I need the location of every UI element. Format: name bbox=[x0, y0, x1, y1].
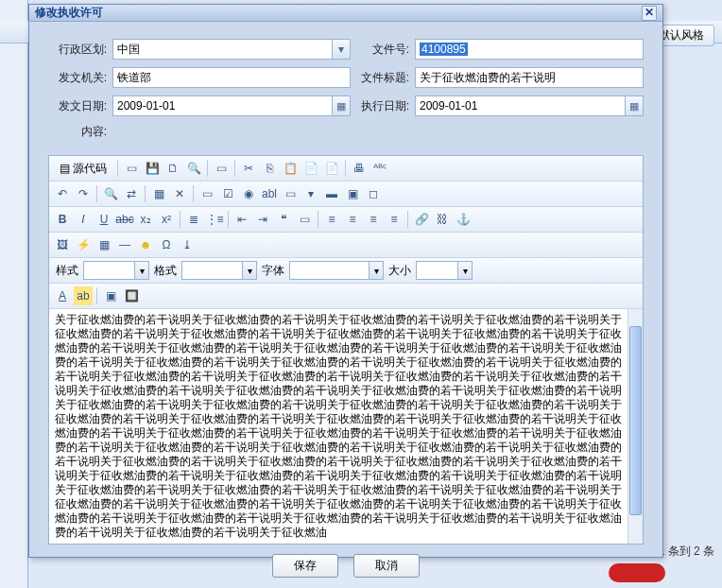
ordered-list-icon[interactable]: ≣ bbox=[184, 210, 203, 229]
font-label: 字体 bbox=[259, 263, 287, 279]
save-button[interactable]: 保存 bbox=[272, 554, 338, 578]
save-icon[interactable]: 💾 bbox=[143, 159, 162, 178]
preview-icon[interactable]: 🔍 bbox=[184, 159, 203, 178]
flash-icon[interactable]: ⚡ bbox=[74, 235, 93, 254]
image-icon[interactable]: 🖼 bbox=[53, 235, 72, 254]
close-icon[interactable]: ✕ bbox=[642, 6, 657, 21]
vertical-scrollbar[interactable] bbox=[627, 309, 643, 544]
justify-full-icon[interactable]: ≡ bbox=[385, 210, 404, 229]
replace-icon[interactable]: ⇄ bbox=[122, 184, 141, 203]
indent-icon[interactable]: ⇥ bbox=[253, 210, 272, 229]
justify-right-icon[interactable]: ≡ bbox=[364, 210, 383, 229]
pastetext-icon[interactable]: 📄 bbox=[301, 159, 320, 178]
form-area: 行政区划: 中国 文件号: 4100895 发文机关: 铁道部 文件标题: 关于… bbox=[29, 22, 662, 155]
templates-icon[interactable]: ▭ bbox=[122, 159, 141, 178]
superscript-icon[interactable]: x² bbox=[157, 210, 176, 229]
copy-icon[interactable]: ⎘ bbox=[260, 159, 279, 178]
editor-toolbar-5: 样式 格式 字体 大小 bbox=[49, 258, 643, 284]
execdate-input[interactable]: 2009-01-01 bbox=[415, 95, 644, 116]
italic-icon[interactable]: I bbox=[74, 210, 93, 229]
div-icon[interactable]: ▭ bbox=[295, 210, 314, 229]
redo-icon[interactable]: ↷ bbox=[74, 184, 93, 203]
showblocks-icon[interactable]: 🔲 bbox=[122, 286, 141, 305]
button-icon[interactable]: ▬ bbox=[322, 184, 341, 203]
find-icon[interactable]: 🔍 bbox=[101, 184, 120, 203]
sep bbox=[145, 185, 146, 202]
radio-icon[interactable]: ◉ bbox=[239, 184, 258, 203]
issuer-input[interactable]: 铁道部 bbox=[112, 67, 351, 88]
fileno-input[interactable]: 4100895 bbox=[415, 39, 644, 60]
spellcheck-icon[interactable]: ᴬᴮᶜ bbox=[370, 159, 389, 178]
hidden-icon[interactable]: ◻ bbox=[364, 184, 383, 203]
unordered-list-icon[interactable]: ⋮≡ bbox=[205, 210, 224, 229]
templates2-icon[interactable]: ▭ bbox=[212, 159, 231, 178]
source-icon: ▤ bbox=[60, 162, 70, 175]
link-icon[interactable]: 🔗 bbox=[412, 210, 431, 229]
fileno-value: 4100895 bbox=[420, 43, 468, 56]
dialog-title: 修改执收许可 bbox=[35, 5, 642, 21]
strike-icon[interactable]: abc bbox=[115, 210, 134, 229]
selectall-icon[interactable]: ▦ bbox=[149, 184, 168, 203]
sep bbox=[96, 185, 97, 202]
style-combo[interactable] bbox=[83, 261, 149, 280]
editor-toolbar-1: ▤源代码 ▭ 💾 🗋 🔍 ▭ ✂ ⎘ 📋 📄 📄 🖶 ᴬᴮᶜ bbox=[49, 156, 643, 182]
editor-toolbar-3: B I U abc x₂ x² ≣ ⋮≡ ⇤ ⇥ ❝ ▭ ≡ ≡ ≡ ≡ 🔗 ⛓… bbox=[49, 207, 643, 233]
sep bbox=[407, 211, 408, 228]
form-icon[interactable]: ▭ bbox=[198, 184, 216, 203]
textcolor-icon[interactable]: A bbox=[53, 286, 72, 305]
format-label: 格式 bbox=[151, 263, 180, 279]
select-icon[interactable]: ▾ bbox=[301, 184, 320, 203]
paste-icon[interactable]: 📋 bbox=[281, 159, 300, 178]
underline-icon[interactable]: U bbox=[95, 210, 113, 229]
specialchar-icon[interactable]: Ω bbox=[157, 235, 176, 254]
issuedate-input[interactable]: 2009-01-01 bbox=[112, 95, 351, 116]
newpage-icon[interactable]: 🗋 bbox=[163, 159, 182, 178]
imagebutton-icon[interactable]: ▣ bbox=[343, 184, 362, 203]
issuedate-value: 2009-01-01 bbox=[117, 99, 175, 112]
blockquote-icon[interactable]: ❝ bbox=[274, 210, 293, 229]
sep bbox=[207, 160, 208, 177]
outdent-icon[interactable]: ⇤ bbox=[232, 210, 251, 229]
sep bbox=[117, 160, 118, 177]
removeformat-icon[interactable]: ✕ bbox=[170, 184, 189, 203]
sidebar-collapsed bbox=[0, 0, 28, 588]
sep bbox=[96, 287, 97, 304]
unlink-icon[interactable]: ⛓ bbox=[433, 210, 452, 229]
font-combo[interactable] bbox=[289, 261, 384, 280]
editor-toolbar-4: 🖼 ⚡ ▦ — ☻ Ω ⤓ bbox=[49, 233, 643, 258]
textarea-icon[interactable]: ▭ bbox=[281, 184, 300, 203]
format-combo[interactable] bbox=[181, 261, 257, 280]
region-value: 中国 bbox=[117, 42, 140, 58]
editor-toolbar-6: A ab ▣ 🔲 bbox=[49, 284, 643, 309]
region-select[interactable]: 中国 bbox=[112, 39, 351, 60]
cancel-button[interactable]: 取消 bbox=[353, 554, 420, 578]
justify-center-icon[interactable]: ≡ bbox=[343, 210, 362, 229]
size-combo[interactable] bbox=[416, 261, 473, 280]
anchor-icon[interactable]: ⚓ bbox=[454, 210, 473, 229]
source-button[interactable]: ▤源代码 bbox=[53, 159, 113, 178]
print-icon[interactable]: 🖶 bbox=[350, 159, 369, 178]
hr-icon[interactable]: — bbox=[115, 235, 134, 254]
editor-toolbar-2: ↶ ↷ 🔍 ⇄ ▦ ✕ ▭ ☑ ◉ abl ▭ ▾ ▬ ▣ ◻ bbox=[49, 182, 643, 207]
editor-textarea[interactable]: 关于征收燃油费的若干说明关于征收燃油费的若干说明关于征收燃油费的若干说明关于征收… bbox=[49, 309, 627, 544]
scrollbar-thumb[interactable] bbox=[629, 326, 642, 515]
style-label: 样式 bbox=[53, 263, 81, 279]
undo-icon[interactable]: ↶ bbox=[53, 184, 72, 203]
subscript-icon[interactable]: x₂ bbox=[136, 210, 155, 229]
pasteword-icon[interactable]: 📄 bbox=[322, 159, 341, 178]
justify-left-icon[interactable]: ≡ bbox=[322, 210, 341, 229]
execdate-label: 执行日期: bbox=[351, 98, 409, 114]
textfield-icon[interactable]: abl bbox=[260, 184, 279, 203]
checkbox-icon[interactable]: ☑ bbox=[218, 184, 237, 203]
filetitle-label: 文件标题: bbox=[351, 70, 409, 86]
pagebreak-icon[interactable]: ⤓ bbox=[178, 235, 197, 254]
table-icon[interactable]: ▦ bbox=[95, 235, 113, 254]
cut-icon[interactable]: ✂ bbox=[239, 159, 258, 178]
bgcolor-icon[interactable]: ab bbox=[74, 286, 93, 305]
filetitle-input[interactable]: 关于征收燃油费的若干说明 bbox=[415, 67, 644, 88]
smiley-icon[interactable]: ☻ bbox=[136, 235, 155, 254]
bold-icon[interactable]: B bbox=[53, 210, 72, 229]
issuer-value: 铁道部 bbox=[117, 70, 151, 86]
maximize-icon[interactable]: ▣ bbox=[101, 286, 120, 305]
dialog-titlebar[interactable]: 修改执收许可 ✕ bbox=[29, 5, 662, 22]
